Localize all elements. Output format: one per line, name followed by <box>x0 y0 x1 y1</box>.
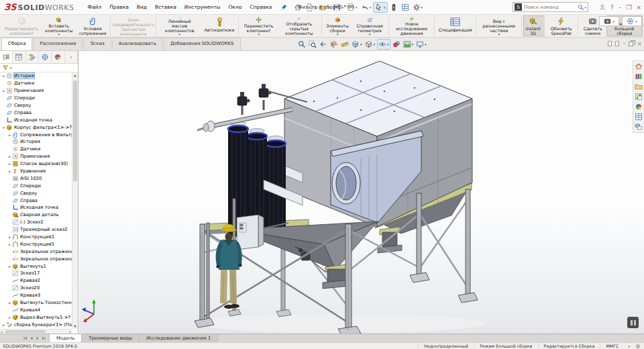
section-view-button[interactable] <box>329 40 339 49</box>
expand-collapsed-icon[interactable]: ▸ <box>7 315 12 319</box>
tree-item[interactable]: Исходная точка <box>0 204 72 211</box>
dropdown-icon[interactable]: ▾ <box>369 33 371 36</box>
panel-tab-expand-pane[interactable]: › <box>65 51 78 63</box>
tab-Эскиз[interactable]: Эскиз <box>83 38 111 50</box>
display-style-button[interactable]: ▾ <box>364 40 376 49</box>
hide-show-items-button[interactable]: ▾ <box>377 39 390 50</box>
filter-funnel-icon[interactable] <box>2 64 9 71</box>
tree-item[interactable]: Зеркальное отражение2 <box>0 248 72 255</box>
dropdown-icon[interactable]: ▾ <box>360 42 362 46</box>
dropdown-icon[interactable]: ▾ <box>337 33 339 36</box>
tree-item[interactable]: ▸Сопряжения в Фильтр в с <box>0 131 72 138</box>
menu-Вставка[interactable]: Вставка <box>151 0 180 14</box>
search-scope-icon[interactable]: S <box>515 3 522 11</box>
dropdown-icon[interactable]: ▾ <box>635 19 637 23</box>
forum-button[interactable] <box>634 123 644 131</box>
model-nav-last-button[interactable] <box>41 336 46 341</box>
expand-collapsed-icon[interactable]: ▸ <box>7 133 12 137</box>
doc-close-icon[interactable]: × <box>637 41 642 46</box>
tree-item[interactable]: ▸Вырез-Вытянуть1->? <box>0 313 72 321</box>
expand-collapsed-icon[interactable]: ▸ <box>1 74 6 78</box>
menu-Файл[interactable]: Файл <box>84 0 106 14</box>
tree-item[interactable]: Сверху <box>0 102 72 109</box>
model-nav-next-button[interactable] <box>35 336 40 341</box>
ribbon-reference-geometry-button[interactable]: Справочная геометрия▾ <box>352 15 389 36</box>
view-orientation-button[interactable]: ▾ <box>351 40 363 49</box>
expand-collapsed-icon[interactable]: ▸ <box>1 323 6 327</box>
zoom-fit-button[interactable] <box>297 40 307 49</box>
panel-tab-dimxpert-manager[interactable] <box>39 51 52 63</box>
dropdown-icon[interactable]: ▾ <box>374 42 376 46</box>
dropdown-icon[interactable]: ▾ <box>58 33 60 36</box>
select-cursor-button[interactable]: ▾ <box>373 2 388 13</box>
tree-filter-bar[interactable]: ▾ <box>0 64 78 72</box>
expand-collapsed-icon[interactable]: ▸ <box>7 154 12 158</box>
previous-view-button[interactable] <box>319 40 328 49</box>
tab-Сборка[interactable]: Сборка <box>1 38 32 50</box>
scrollbar-thumb[interactable] <box>5 330 46 333</box>
scroll-down-icon[interactable]: ▼ <box>72 324 78 328</box>
file-explorer-button[interactable] <box>634 83 644 91</box>
solidworks-resources-button[interactable] <box>634 62 644 70</box>
expand-collapsed-icon[interactable]: ▸ <box>7 169 12 173</box>
model-tab-Исследование движения 1[interactable]: Исследование движения 1 <box>140 334 218 342</box>
tree-item[interactable]: Зеркальное отражение1 <box>0 255 72 262</box>
tree-item[interactable]: ▾Корпус фильтра<1>->? (По у <box>0 123 72 131</box>
dropdown-icon[interactable]: ▾ <box>412 42 414 46</box>
expand-collapsed-icon[interactable]: ▸ <box>7 235 12 239</box>
print-dropdown-icon[interactable]: ▾ <box>356 5 358 9</box>
ribbon-instant3d-button[interactable]: Instant 3D <box>523 15 545 36</box>
tree-item[interactable]: Справа <box>0 109 72 116</box>
ribbon-smart-fasteners-button[interactable]: Автокрепежи <box>202 15 239 36</box>
tree-item[interactable]: AISI 1020 <box>0 174 72 182</box>
tab-Расположение[interactable]: Расположение <box>33 38 83 50</box>
expand-collapsed-icon[interactable]: ▸ <box>7 242 12 246</box>
ribbon-linear-pattern-button[interactable]: Линейный массив компонентов▾ <box>158 15 202 36</box>
open-dropdown-icon[interactable]: ▾ <box>328 5 330 9</box>
minimize-button[interactable]: – <box>619 4 622 11</box>
tab-Анализировать[interactable]: Анализировать <box>112 38 163 50</box>
tree-horizontal-scrollbar[interactable]: ◂ ▸ <box>0 329 72 334</box>
undo-button[interactable]: ▾ <box>360 3 373 12</box>
tree-item[interactable]: Эскиз20 <box>0 285 72 292</box>
menu-Правка[interactable]: Правка <box>105 0 133 14</box>
menu-Окно[interactable]: Окно <box>224 0 246 14</box>
tree-item[interactable]: ▸История <box>0 72 72 80</box>
tree-item[interactable]: Сварная деталь <box>0 211 72 219</box>
tree-item[interactable]: ▸Вытянуть1 <box>0 262 72 270</box>
command-search[interactable]: S ▾ <box>513 2 588 12</box>
dropdown-icon[interactable]: ▾ <box>178 33 180 36</box>
expand-collapsed-icon[interactable]: ▸ <box>1 89 6 93</box>
apply-scene-button[interactable]: ▾ <box>402 40 415 49</box>
expand-expanded-icon[interactable]: ▾ <box>1 126 6 130</box>
menu-Инструменты[interactable]: Инструменты <box>180 0 225 14</box>
ribbon-show-hidden-button[interactable]: Отобразить скрытые компоненты <box>278 15 322 36</box>
dropdown-icon[interactable]: ▾ <box>425 42 427 46</box>
tree-item[interactable]: Датчики <box>0 146 72 153</box>
tree-item[interactable]: Кривая2 <box>0 277 72 285</box>
tree-vertical-scrollbar[interactable]: ▲ ▼ <box>72 72 78 329</box>
edit-appearance-button[interactable] <box>392 40 401 49</box>
units-dropdown-icon[interactable]: ▾ <box>624 344 634 348</box>
panel-tab-feature-manager[interactable] <box>0 51 13 63</box>
zoom-area-button[interactable] <box>308 40 317 49</box>
animation-panel[interactable]: ▾ <box>622 16 642 26</box>
dropdown-icon[interactable]: ▾ <box>612 19 614 23</box>
panel-tab-display-manager[interactable] <box>52 51 64 63</box>
search-icon[interactable] <box>578 4 584 11</box>
undo-dropdown-icon[interactable]: ▾ <box>370 5 372 9</box>
tree-item[interactable]: Спереди <box>0 95 72 102</box>
tree-item[interactable]: ▸ΣУравнения <box>0 168 72 175</box>
filter-dropdown-icon[interactable]: ▾ <box>10 66 12 70</box>
expand-collapsed-icon[interactable]: ▸ <box>7 264 12 268</box>
tree-item[interactable]: Исходная точка <box>0 116 72 123</box>
view-settings-button[interactable]: ▾ <box>415 40 427 49</box>
dropdown-icon[interactable]: ▾ <box>387 42 389 46</box>
menu-Справка[interactable]: Справка <box>246 0 276 14</box>
pause-button[interactable] <box>627 317 639 328</box>
tree-item[interactable]: Сверху <box>0 189 72 197</box>
tree-item[interactable]: Спереди <box>0 182 72 189</box>
measure-button[interactable] <box>340 40 350 49</box>
globe-icon[interactable] <box>634 344 644 349</box>
save-button[interactable]: ▾ <box>331 3 345 12</box>
